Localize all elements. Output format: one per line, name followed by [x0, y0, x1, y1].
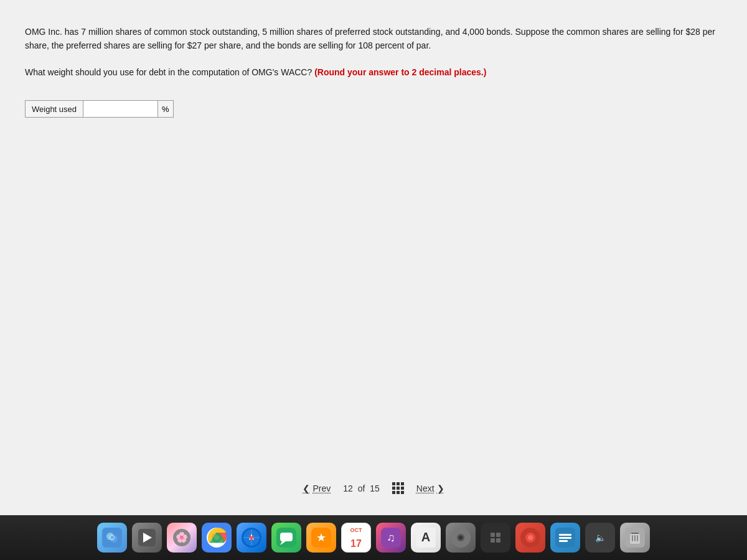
- current-page: 12: [343, 483, 353, 493]
- question-paragraph1: OMG Inc. has 7 million shares of common …: [25, 25, 722, 53]
- settings-icon[interactable]: [446, 523, 476, 553]
- star-icon[interactable]: ★: [306, 523, 336, 553]
- safari-icon[interactable]: [237, 523, 266, 553]
- speaker-icon[interactable]: 🔈: [585, 523, 615, 553]
- dark-icon1[interactable]: [481, 523, 510, 553]
- dark-icon2[interactable]: [515, 523, 545, 553]
- grid-view-icon[interactable]: [392, 482, 404, 494]
- svg-rect-48: [637, 535, 638, 541]
- svg-rect-47: [634, 535, 636, 541]
- navigation-bar: ❮ Prev 12 of 15 Next ❯: [25, 474, 722, 503]
- total-pages: 15: [370, 483, 380, 493]
- next-label: Next: [416, 483, 435, 493]
- taskbar: ☺ 🌸: [0, 515, 747, 560]
- svg-rect-30: [491, 533, 495, 537]
- percent-label: %: [158, 100, 174, 118]
- svg-rect-32: [491, 538, 495, 543]
- paragraph2-bold-text: (Round your answer to 2 decimal places.): [314, 67, 486, 77]
- svg-rect-39: [559, 537, 571, 539]
- prev-button[interactable]: ❮ Prev: [303, 483, 331, 493]
- svg-point-28: [459, 536, 463, 539]
- next-chevron-icon: ❯: [437, 483, 444, 493]
- main-content: OMG Inc. has 7 million shares of common …: [0, 0, 747, 515]
- weight-row: Weight used %: [25, 100, 722, 118]
- weight-input[interactable]: [83, 100, 158, 118]
- prev-label: Prev: [312, 483, 331, 493]
- svg-text:☺: ☺: [108, 532, 116, 542]
- svg-text:A: A: [421, 530, 430, 544]
- svg-text:🌸: 🌸: [176, 531, 188, 543]
- svg-rect-29: [487, 529, 504, 546]
- svg-rect-18: [280, 533, 293, 541]
- svg-rect-38: [559, 534, 571, 536]
- dark-icon3[interactable]: [550, 523, 580, 553]
- trash-icon[interactable]: [620, 523, 650, 553]
- calendar-day: 17: [350, 538, 362, 549]
- question-paragraph2: What weight should you use for debt in t…: [25, 65, 722, 79]
- calendar-icon[interactable]: OCT 17: [341, 523, 371, 553]
- paragraph1-text: OMG Inc. has 7 million shares of common …: [25, 27, 715, 50]
- svg-rect-44: [631, 533, 639, 534]
- photos-icon[interactable]: 🌸: [167, 523, 197, 553]
- svg-rect-33: [496, 538, 500, 543]
- page-separator: of: [358, 483, 365, 493]
- svg-text:♫: ♫: [387, 531, 395, 544]
- chrome-icon[interactable]: [202, 523, 232, 553]
- letter-icon[interactable]: A: [411, 523, 441, 553]
- messages-icon[interactable]: [271, 523, 301, 553]
- page-info: 12 of 15: [343, 483, 380, 493]
- weight-label: Weight used: [25, 100, 83, 118]
- video-icon[interactable]: [132, 523, 162, 553]
- svg-text:★: ★: [316, 531, 326, 544]
- svg-rect-40: [559, 540, 568, 542]
- svg-rect-31: [496, 533, 500, 537]
- calendar-month: OCT: [350, 527, 362, 533]
- svg-text:🔈: 🔈: [595, 533, 606, 543]
- svg-rect-46: [632, 535, 633, 541]
- prev-chevron-icon: ❮: [303, 483, 310, 493]
- paragraph2-text: What weight should you use for debt in t…: [25, 67, 312, 77]
- svg-point-36: [528, 535, 533, 540]
- music-icon[interactable]: ♫: [376, 523, 406, 553]
- next-button[interactable]: Next ❯: [416, 483, 444, 493]
- finder-icon[interactable]: ☺: [97, 523, 127, 553]
